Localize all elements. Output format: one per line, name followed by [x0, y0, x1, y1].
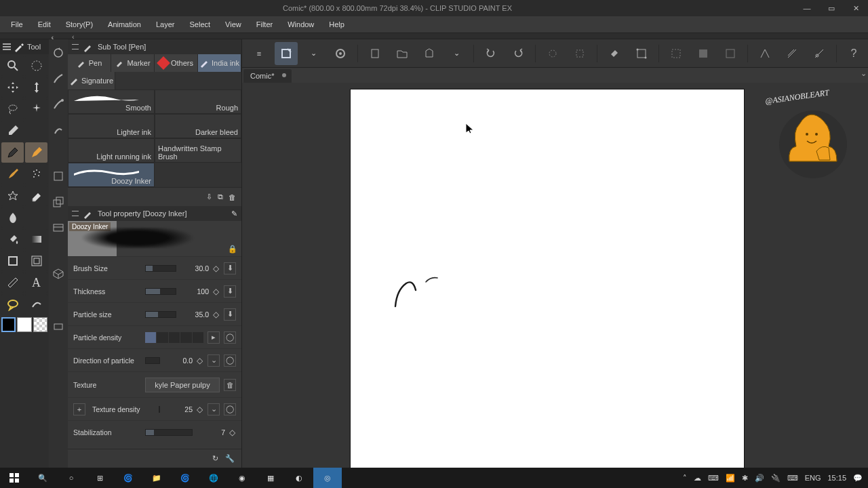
mid-layer-icon[interactable] [49, 167, 68, 186]
slider-direction[interactable] [145, 357, 160, 364]
tab-india-ink[interactable]: India ink [198, 54, 241, 72]
tool-correct-line[interactable] [25, 294, 47, 314]
brush-doozy-inker[interactable]: Doozy Inker [68, 163, 155, 187]
tb-clipstudio[interactable]: ◎ [313, 468, 342, 488]
slider-texture-density[interactable] [159, 406, 160, 413]
tool-operation[interactable] [25, 77, 47, 98]
tool-wand[interactable] [25, 99, 47, 119]
tb-newpage-icon[interactable] [363, 42, 387, 65]
tray-time[interactable]: 15:15 [827, 474, 846, 482]
menu-filter[interactable]: Filter [250, 18, 279, 30]
minimize-button[interactable]: — [795, 0, 819, 16]
mid-brush-c-icon[interactable] [49, 121, 68, 140]
dynamics-button[interactable]: ⬇ [224, 285, 236, 298]
expand-group-icon[interactable]: + [73, 403, 85, 415]
slider-brush-size[interactable] [145, 265, 176, 272]
tb-new-icon[interactable] [275, 42, 298, 65]
doc-tab[interactable]: Comic* [243, 69, 292, 83]
reset-icon[interactable]: ↻ [212, 454, 218, 463]
search-button[interactable]: 🔍 [28, 468, 57, 488]
tray-lang[interactable]: ENG [805, 474, 821, 482]
cortana-button[interactable]: ○ [57, 468, 85, 488]
trash-icon[interactable]: 🗑 [224, 379, 236, 391]
tab-signature[interactable]: Signature [68, 72, 115, 89]
close-button[interactable]: ✕ [844, 0, 868, 16]
mid-reset-icon[interactable] [49, 43, 68, 62]
tb-selall-icon[interactable] [568, 42, 591, 65]
hamburger-icon[interactable] [72, 44, 79, 49]
canvas[interactable]: @ASIANOBLEART [242, 83, 868, 468]
mid-3d-icon[interactable] [49, 264, 68, 283]
mid-rect-icon[interactable] [49, 317, 68, 336]
tool-decoration[interactable] [1, 186, 24, 206]
tray-notifications-icon[interactable]: 💬 [853, 474, 863, 483]
tool-balloon[interactable] [1, 294, 24, 314]
paper[interactable] [351, 89, 744, 468]
brush-handwritten-stamp[interactable]: Handwritten Stamp Brush [155, 138, 241, 163]
tool-lasso[interactable] [1, 99, 24, 119]
wrench-icon[interactable]: ✎ [231, 209, 237, 218]
tool-ruler[interactable] [1, 272, 24, 293]
tray-volume-icon[interactable]: 🔊 [755, 474, 764, 483]
tb-fill-icon[interactable] [603, 42, 626, 65]
dynamics-button[interactable]: ◯ [224, 354, 236, 367]
texture-selector[interactable]: kyle Paper pulpy [145, 378, 220, 392]
wrench-icon[interactable]: 🔧 [225, 454, 235, 463]
tb-transform-icon[interactable] [692, 42, 715, 65]
spinner-icon[interactable]: ◇ [213, 264, 220, 273]
slider-thickness[interactable] [145, 288, 176, 295]
tool-fill[interactable] [1, 229, 24, 249]
tb-crop-icon[interactable] [630, 42, 653, 65]
tb-app-1[interactable]: 🌀 [114, 468, 142, 488]
brush-light-running[interactable]: Light running ink [68, 138, 155, 163]
tb-snap-a-icon[interactable] [753, 42, 776, 65]
dynamics-button[interactable]: ◯ [224, 403, 236, 415]
tb-scale-icon[interactable] [665, 42, 688, 65]
tb-menu-icon[interactable]: ≡ [248, 42, 271, 65]
mid-brush-a-icon[interactable] [49, 69, 68, 88]
trash-icon[interactable]: 🗑 [229, 193, 236, 201]
tab-pen[interactable]: Pen [68, 54, 111, 72]
tool-eyedropper[interactable] [1, 121, 24, 141]
tray-keyboard-icon[interactable]: ⌨ [708, 474, 719, 483]
tb-app-3[interactable]: ▦ [256, 468, 285, 488]
foreground-swatch[interactable] [1, 317, 16, 332]
menu-file[interactable]: File [4, 18, 30, 30]
tb-undo-icon[interactable] [479, 42, 502, 65]
tb-selclear-icon[interactable] [541, 42, 564, 65]
tool-blend[interactable] [1, 207, 24, 228]
expand-button[interactable]: ▸ [208, 331, 220, 344]
tab-expand-icon[interactable]: ⌄ [861, 69, 867, 78]
tray-app-icon[interactable]: ✱ [742, 474, 748, 483]
tray-wifi-icon[interactable]: 📶 [726, 474, 735, 483]
tool-pen[interactable] [1, 142, 24, 163]
tb-snap-c-icon[interactable] [808, 42, 831, 65]
menu-story[interactable]: Story(P) [59, 18, 100, 30]
menu-help[interactable]: Help [322, 18, 351, 30]
tool-eraser[interactable] [25, 186, 47, 206]
tb-help-icon[interactable]: ? [842, 42, 865, 65]
tool-airbrush[interactable] [25, 164, 47, 184]
tb-clipstudio-icon[interactable] [329, 42, 352, 65]
dropdown-button[interactable]: ⌄ [208, 403, 220, 415]
dynamics-button[interactable]: ◯ [224, 331, 236, 344]
lock-icon[interactable]: 🔒 [228, 245, 237, 253]
maximize-button[interactable]: ▭ [819, 0, 844, 16]
hamburger-icon[interactable] [72, 211, 79, 216]
collapse-strip[interactable]: ‹‹‹ [0, 33, 868, 39]
transparent-swatch[interactable] [33, 317, 47, 332]
dropdown-button[interactable]: ⌄ [208, 354, 220, 367]
tb-explorer[interactable]: 📁 [142, 468, 171, 488]
tool-frame[interactable] [25, 251, 47, 271]
tool-magnify[interactable] [1, 56, 24, 76]
tray-power-icon[interactable]: 🔌 [771, 474, 781, 483]
start-button[interactable] [0, 468, 28, 488]
tb-app-2[interactable]: 🌀 [171, 468, 199, 488]
slider-stabilization[interactable] [145, 429, 193, 436]
import-icon[interactable]: ⇩ [206, 192, 212, 201]
tab-others[interactable]: Others [155, 54, 198, 72]
menu-select[interactable]: Select [183, 18, 218, 30]
tb-save-icon[interactable] [418, 42, 441, 65]
tb-edge[interactable]: 🌐 [199, 468, 228, 488]
mid-layers-icon[interactable] [49, 192, 68, 211]
